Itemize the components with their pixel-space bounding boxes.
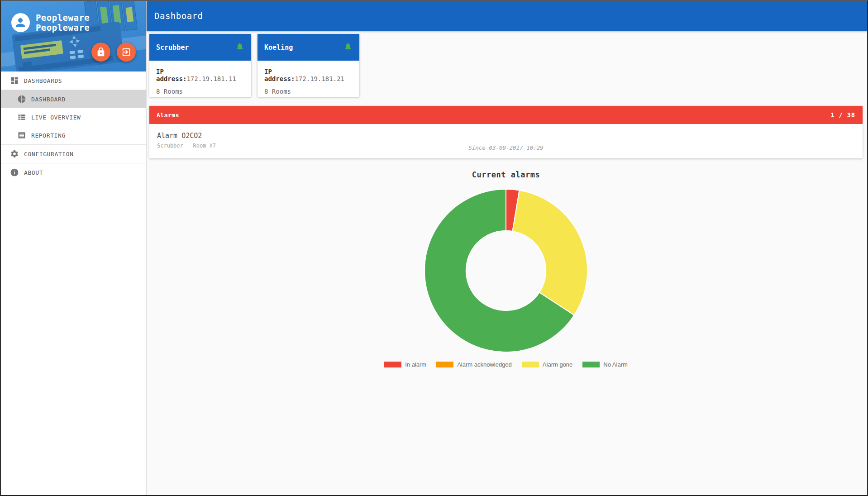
info-icon — [10, 168, 19, 177]
page-title: Dashboard — [154, 11, 203, 21]
ip-value: 172.19.181.21 — [295, 75, 344, 82]
sidebar-item-live-overview[interactable]: LIVE OVERVIEW — [1, 108, 146, 126]
alarms-counter: 1 / 38 — [830, 111, 855, 119]
legend-swatch — [436, 362, 453, 367]
content-area: Scrubber IP address:172.19.181.11 8 Room… — [147, 31, 867, 495]
sidebar-item-label: CONFIGURATION — [24, 151, 74, 157]
sidebar-item-label: REPORTING — [31, 132, 66, 139]
alarm-list-item[interactable]: Alarm O2CO2 Scrubber - Room #7 Since 03-… — [149, 124, 863, 158]
legend-item[interactable]: Alarm gone — [522, 361, 572, 368]
device-card-scrubber[interactable]: Scrubber IP address:172.19.181.11 8 Room… — [149, 34, 251, 97]
sidebar-item-label: DASHBOARD — [31, 96, 66, 103]
ip-label: IP address: — [156, 68, 186, 82]
main-area: Dashboard Scrubber IP address:172.19.181… — [147, 1, 867, 495]
card-ip: IP address:172.19.181.11 — [156, 68, 244, 82]
sidebar-item-about[interactable]: ABOUT — [1, 163, 146, 181]
chart-legend: In alarmAlarm acknowledgedAlarm goneNo A… — [379, 361, 633, 368]
sidebar: Peopleware Peopleware DASHBOARDS — [1, 1, 147, 495]
ip-value: 172.19.181.11 — [186, 75, 236, 82]
legend-label: Alarm acknowledged — [457, 361, 512, 368]
card-title: Koeling — [264, 43, 293, 52]
card-header: Scrubber — [149, 34, 251, 61]
bell-icon[interactable] — [343, 42, 353, 53]
donut-chart[interactable] — [423, 187, 589, 356]
card-rooms: 8 Rooms — [264, 88, 353, 95]
card-body: IP address:172.19.181.21 8 Rooms — [258, 61, 359, 97]
card-body: IP address:172.19.181.11 8 Rooms — [149, 61, 251, 97]
sidebar-item-label: LIVE OVERVIEW — [31, 114, 81, 121]
sidebar-header: Peopleware Peopleware — [1, 1, 146, 72]
legend-item[interactable]: No Alarm — [582, 361, 627, 368]
dashboard-grid-icon — [10, 76, 19, 85]
pie-chart-icon — [17, 95, 26, 104]
legend-swatch — [384, 362, 401, 367]
logout-button[interactable] — [117, 43, 136, 62]
legend-item[interactable]: Alarm acknowledged — [436, 361, 512, 368]
legend-label: Alarm gone — [543, 361, 572, 368]
sidebar-item-dashboards[interactable]: DASHBOARDS — [1, 72, 146, 90]
bell-icon[interactable] — [235, 42, 244, 53]
report-document-icon — [17, 131, 26, 140]
card-title: Scrubber — [156, 43, 189, 52]
sidebar-item-dashboard[interactable]: DASHBOARD — [1, 90, 146, 108]
device-cards-row: Scrubber IP address:172.19.181.11 8 Room… — [149, 34, 863, 97]
legend-swatch — [582, 362, 600, 367]
app-window: Peopleware Peopleware DASHBOARDS — [0, 0, 868, 496]
donut-slice-2[interactable] — [513, 190, 587, 315]
alarm-since-timestamp: Since 03-09-2017 10:29 — [468, 144, 544, 151]
legend-label: In alarm — [405, 361, 426, 368]
legend-label: No Alarm — [603, 361, 627, 368]
card-rooms: 8 Rooms — [156, 88, 244, 95]
sidebar-menu: DASHBOARDS DASHBOARD LIVE OVERVIEW — [1, 72, 146, 495]
user-avatar[interactable] — [11, 13, 30, 32]
sidebar-item-reporting[interactable]: REPORTING — [1, 126, 146, 144]
card-ip: IP address:172.19.181.21 — [264, 68, 353, 82]
chart-title: Current alarms — [472, 170, 540, 179]
legend-swatch — [522, 362, 539, 367]
alarms-panel: Alarms 1 / 38 Alarm O2CO2 Scrubber - Roo… — [149, 106, 863, 158]
person-icon — [14, 16, 27, 29]
device-card-koeling[interactable]: Koeling IP address:172.19.181.21 8 Rooms — [258, 34, 359, 97]
alarms-header: Alarms 1 / 38 — [149, 106, 863, 124]
chart-section: Current alarms In alarmAlarm acknowledge… — [149, 170, 863, 368]
alarm-name: Alarm O2CO2 — [157, 132, 855, 140]
card-header: Koeling — [258, 34, 359, 61]
legend-item[interactable]: In alarm — [384, 361, 426, 368]
ip-label: IP address: — [264, 68, 295, 82]
brand-title: Peopleware Peopleware — [36, 13, 146, 33]
top-bar: Dashboard — [147, 1, 867, 31]
sidebar-item-configuration[interactable]: CONFIGURATION — [1, 145, 146, 163]
exit-icon — [121, 47, 131, 57]
list-icon — [17, 113, 26, 122]
sidebar-item-label: ABOUT — [24, 169, 43, 176]
alarms-title: Alarms — [157, 112, 179, 119]
lock-button[interactable] — [91, 43, 110, 62]
lock-icon — [96, 47, 106, 57]
gear-icon — [10, 149, 19, 158]
sidebar-item-label: DASHBOARDS — [24, 77, 62, 84]
